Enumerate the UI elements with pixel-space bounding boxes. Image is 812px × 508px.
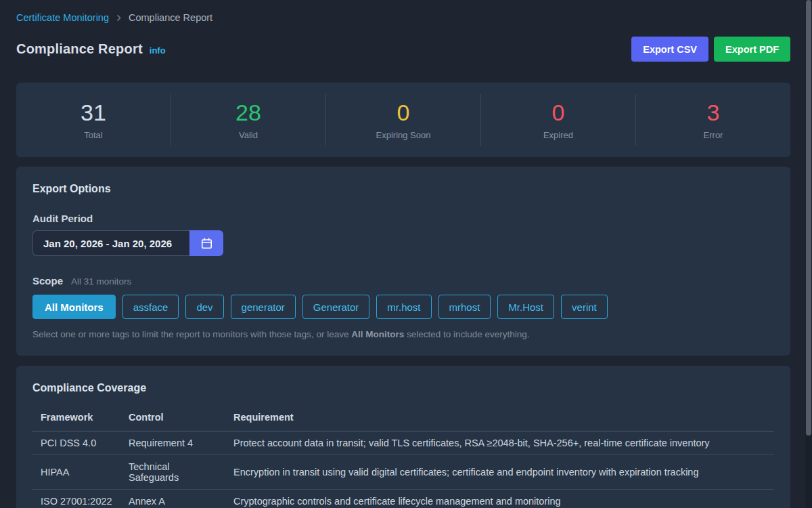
cell-control: Requirement 4 [120,431,225,454]
compliance-coverage-heading: Compliance Coverage [32,382,774,394]
scope-tags: All MonitorsassfacedevgeneratorGenerator… [32,295,774,319]
breadcrumb-current: Compliance Report [129,12,212,23]
stat-label: Expiring Soon [326,130,480,140]
stat-item: 0 Expired [480,94,635,146]
stat-value: 31 [16,100,171,126]
cell-requirement: Encryption in transit using valid digita… [225,461,774,484]
table-body: PCI DSS 4.0 Requirement 4 Protect accoun… [32,431,774,508]
cell-control: Annex A [120,490,225,508]
scrollbar-track [805,0,812,508]
export-csv-button[interactable]: Export CSV [631,37,708,62]
audit-period-group [32,230,223,256]
stat-value: 0 [481,100,635,126]
stat-item: 3 Error [635,94,790,146]
table-row: PCI DSS 4.0 Requirement 4 Protect accoun… [32,431,774,455]
scope-summary: All 31 monitors [71,276,131,287]
stat-label: Total [16,130,171,140]
compliance-report-page: Certificate Monitoring Compliance Report… [0,0,812,508]
audit-period-input[interactable] [32,230,189,256]
info-link[interactable]: info [150,45,166,56]
cell-control: Technical Safeguards [120,455,225,489]
stat-item: 0 Expiring Soon [325,94,480,146]
export-options-heading: Export Options [32,183,774,195]
export-options-card: Export Options Audit Period Scope All 31… [16,167,790,356]
calendar-icon [200,237,213,250]
scope-tag-button[interactable]: Mr.Host [497,295,554,319]
scope-tag-button[interactable]: Generator [302,295,370,319]
table-column-header: Control [120,408,225,431]
stat-item: 28 Valid [171,94,325,146]
audit-period-label: Audit Period [32,213,774,224]
table-row: HIPAA Technical Safeguards Encryption in… [32,455,774,490]
stats-summary-card: 31 Total 28 Valid 0 Expiring Soon 0 Expi… [16,83,790,157]
breadcrumb: Certificate Monitoring Compliance Report [16,12,790,23]
scope-tag-button[interactable]: verint [561,295,608,319]
scrollbar-thumb[interactable] [806,0,811,436]
page-header: Compliance Report info Export CSV Export… [16,37,790,62]
scope-helper-text: Select one or more tags to limit the rep… [32,329,774,339]
stat-item: 31 Total [16,94,171,146]
date-picker-button[interactable] [189,230,223,256]
cell-requirement: Cryptographic controls and certificate l… [225,490,774,508]
export-pdf-button[interactable]: Export PDF [714,37,790,62]
compliance-table: FrameworkControlRequirement PCI DSS 4.0 … [32,408,774,508]
scope-label: Scope [32,275,63,287]
compliance-coverage-card: Compliance Coverage FrameworkControlRequ… [16,366,790,508]
table-column-header: Framework [32,408,120,431]
chevron-right-icon [114,14,123,22]
table-row: ISO 27001:2022 Annex A Cryptographic con… [32,490,774,508]
stat-label: Valid [171,130,325,140]
scope-tag-button[interactable]: mrhost [438,295,491,319]
page-title: Compliance Report [16,41,143,57]
stat-value: 0 [326,100,480,126]
table-header-row: FrameworkControlRequirement [32,408,774,431]
table-column-header: Requirement [225,408,774,431]
cell-requirement: Protect account data in transit; valid T… [225,431,774,454]
cell-framework: HIPAA [32,461,120,484]
stat-label: Error [636,130,790,140]
cell-framework: ISO 27001:2022 [32,490,120,508]
stat-value: 3 [636,100,790,126]
cell-framework: PCI DSS 4.0 [32,431,120,454]
stat-value: 28 [171,100,325,126]
scope-tag-button[interactable]: dev [185,295,223,319]
scope-tag-button[interactable]: mr.host [376,295,431,319]
scope-tag-button[interactable]: generator [231,295,296,319]
scope-tag-button[interactable]: assface [122,295,179,319]
breadcrumb-link-certificate-monitoring[interactable]: Certificate Monitoring [16,12,109,23]
scope-tag-button[interactable]: All Monitors [32,295,116,319]
stat-label: Expired [481,130,635,140]
